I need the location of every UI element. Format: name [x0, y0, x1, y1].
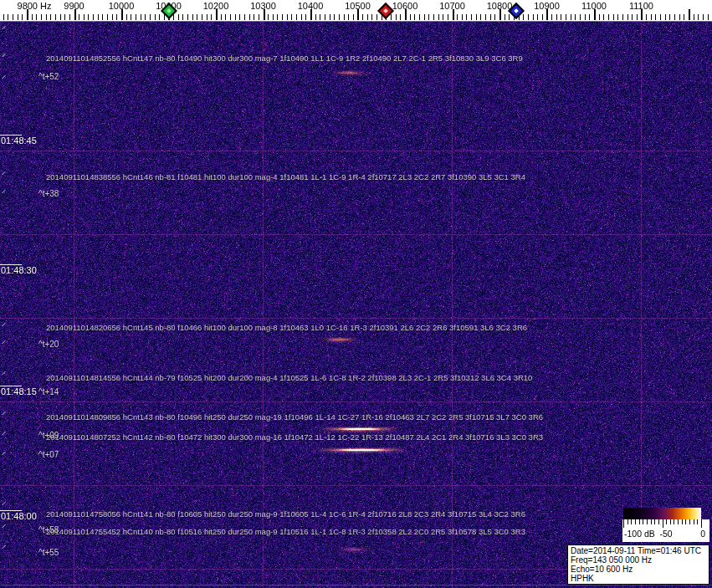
time-label: 01:48:30 [1, 265, 37, 275]
ruler-tick-label: 10600 [392, 1, 418, 11]
detection-time-offset: ^t+14 [38, 387, 59, 396]
detection-line: 20140911014838556 hCnt146 nb-81 f10481 h… [46, 172, 525, 182]
detection-time-offset: ^t+52 [38, 72, 59, 81]
status-info-box: Date=2014-09-11 Time=01:46 UTC Freq=143 … [567, 545, 709, 585]
db-scale-labels: -100 dB -50 0 [622, 528, 709, 542]
ruler-tick-label: 9900 [64, 1, 84, 11]
ruler-tick-label: 10400 [298, 1, 324, 11]
detection-time-offset: ^t+20 [38, 340, 59, 349]
ruler-tick-label: 11000 [581, 1, 607, 11]
time-label: 01:48:45 [1, 135, 37, 146]
db-label-mid: -50 [659, 529, 672, 539]
ruler-tick-label: 9800 Hz [18, 1, 52, 11]
detection-line: 20140911014814556 hCnt144 nb-79 f10525 h… [46, 373, 532, 382]
detection-line: 20140911014755452 hCnt140 nb-80 f10516 h… [46, 527, 525, 536]
detection-line: 20140911014809856 hCnt143 nb-80 f10496 h… [46, 412, 543, 422]
detection-line: 20140911014852556 hCnt147 nb-80 f10490 h… [46, 54, 523, 63]
ruler-tick-label: 10300 [250, 1, 276, 11]
info-frequency: Freq=143 050 000 Hz [571, 555, 706, 565]
detection-time-offset: ^t+55 [38, 548, 59, 557]
info-echo: Echo=10 600 Hz [571, 565, 706, 574]
marker-green-core [166, 8, 172, 13]
ruler-tick-label: 10500 [345, 1, 371, 11]
detection-time-offset: ^t+58 [38, 525, 59, 534]
time-label: 01:48:00 [1, 511, 37, 521]
marker-red-core [384, 8, 389, 13]
db-label-min: -100 dB [624, 529, 655, 539]
info-station-id: HPHK [571, 574, 706, 583]
spectrogram-display[interactable] [0, 0, 712, 588]
detection-line: 20140911014807252 hCnt142 nb-80 f10472 h… [46, 432, 543, 442]
ruler-tick-label: 10200 [203, 1, 229, 11]
marker-blue-core [514, 8, 519, 13]
db-label-max: 0 [700, 529, 705, 539]
detection-line: 20140911014758056 hCnt141 nb-80 f10605 h… [46, 509, 525, 519]
detection-time-offset: ^t+38 [38, 189, 59, 198]
info-date-time: Date=2014-09-11 Time=01:46 UTC [571, 546, 706, 555]
spectrogram-window: 9800 Hz990010000101001020010300104001050… [0, 0, 712, 588]
ruler-tick-label: 10700 [439, 1, 465, 11]
detection-line: 20140911014820656 hCnt145 nb-80 f10466 h… [46, 323, 527, 332]
time-label: 01:48:15 [1, 386, 37, 396]
colormap-gradient [623, 508, 701, 519]
db-scale-legend: -100 dB -50 0 [622, 508, 709, 542]
ruler-tick-label: 10000 [109, 1, 135, 11]
ruler-tick-label: 11100 [629, 1, 653, 11]
detection-time-offset: ^t+07 [38, 450, 59, 459]
ruler-tick-label: 10900 [534, 1, 560, 11]
detection-time-offset: ^t+09 [38, 431, 59, 440]
